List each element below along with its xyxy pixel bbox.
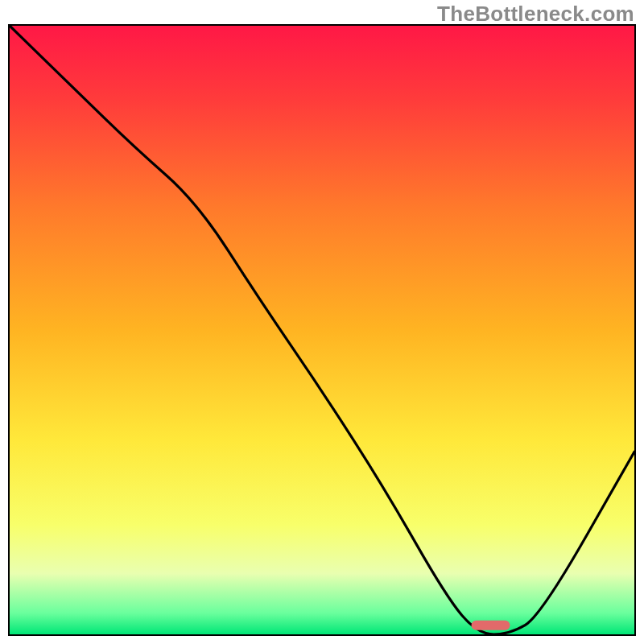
chart-frame — [8, 24, 636, 636]
optimal-marker — [472, 621, 510, 630]
bottleneck-chart — [10, 26, 634, 634]
watermark-text: TheBottleneck.com — [437, 2, 634, 27]
